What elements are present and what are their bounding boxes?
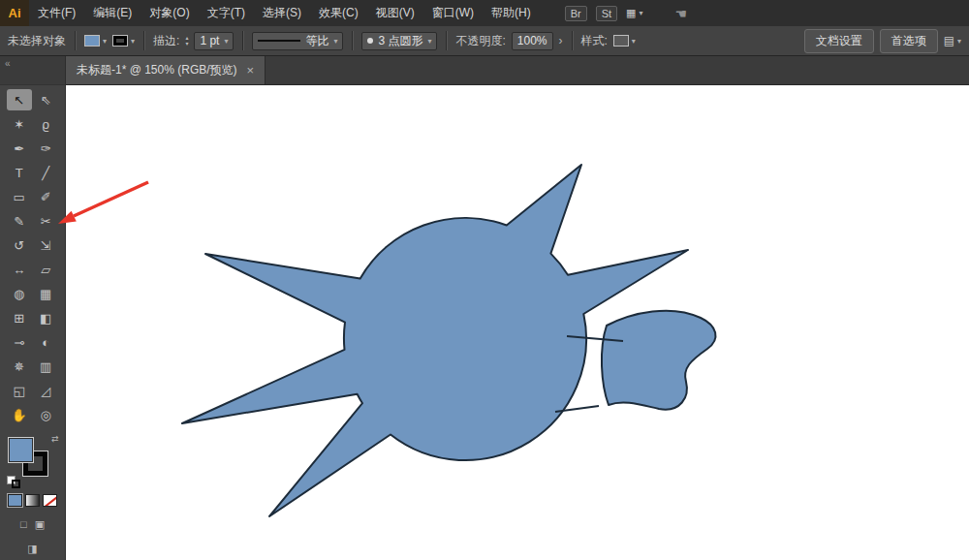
app-logo[interactable]: Ai xyxy=(0,0,29,26)
shape-builder-tool[interactable]: ◍ xyxy=(7,283,32,304)
stroke-profile-dropdown[interactable]: 等比 ▾ xyxy=(252,32,343,50)
line-tool[interactable]: ╱ xyxy=(33,162,58,183)
menu-bar: Ai 文件(F) 编辑(E) 对象(O) 文字(T) 选择(S) 效果(C) 视… xyxy=(0,0,969,26)
menu-select[interactable]: 选择(S) xyxy=(254,0,310,26)
stroke-weight-stepper[interactable]: ▴ ▾ xyxy=(185,35,188,47)
document-setup-button[interactable]: 文档设置 xyxy=(804,29,874,53)
opacity-value: 100% xyxy=(517,34,547,47)
chevron-down-icon: ▾ xyxy=(639,9,642,17)
lasso-tool[interactable]: ϱ xyxy=(33,113,58,135)
shape-builder-icon: ◍ xyxy=(14,287,24,301)
collapse-panel-icon[interactable]: « xyxy=(5,58,11,69)
chevron-down-icon: ▾ xyxy=(427,37,431,46)
menu-effect[interactable]: 效果(C) xyxy=(310,0,367,26)
panel-icon: ▤ xyxy=(944,34,954,47)
pencil-tool[interactable]: ✎ xyxy=(7,210,32,232)
separator xyxy=(75,31,76,50)
scale-tool[interactable]: ⇲ xyxy=(33,234,58,256)
type-tool[interactable]: T xyxy=(7,162,32,183)
mesh-tool[interactable]: ⊞ xyxy=(7,307,32,328)
hand-icon: ✋ xyxy=(12,408,27,422)
perspective-grid-tool[interactable]: ▦ xyxy=(33,283,58,304)
workspace: « ↖ ⇖ ✶ ϱ ✒ ✑ T ╱ ▭ ✐ ✎ ✂ ↺ ⇲ ↔ ▱ ◍ ▦ xyxy=(0,56,969,560)
canvas[interactable] xyxy=(66,85,969,560)
stroke-swatch xyxy=(112,35,128,47)
chevron-down-icon: ▾ xyxy=(333,37,337,46)
brush-definition-dropdown[interactable]: 3 点圆形 ▾ xyxy=(361,32,437,50)
stroke-color-dropdown[interactable]: ▾ xyxy=(112,35,135,47)
stroke-weight-label: 描边: xyxy=(153,33,179,49)
paintbrush-tool[interactable]: ✐ xyxy=(33,186,58,207)
opacity-panel-chevron-icon[interactable]: › xyxy=(559,34,563,47)
menu-edit[interactable]: 编辑(E) xyxy=(84,0,141,26)
artboard[interactable] xyxy=(66,85,969,560)
eyedropper-tool[interactable]: ⊸ xyxy=(7,331,32,353)
column-graph-icon: ▥ xyxy=(40,359,51,374)
eyedropper-icon: ⊸ xyxy=(14,335,24,350)
style-dropdown[interactable]: ▾ xyxy=(613,35,636,47)
hand-tool[interactable]: ✋ xyxy=(7,404,32,425)
chevron-down-icon: ▾ xyxy=(632,37,636,46)
document-tab[interactable]: 未标题-1* @ 150% (RGB/预览) × xyxy=(66,56,266,84)
zoom-icon: ◎ xyxy=(41,408,51,422)
illustrator-window: Ai 文件(F) 编辑(E) 对象(O) 文字(T) 选择(S) 效果(C) 视… xyxy=(0,0,969,560)
screen-mode-icon[interactable]: ◨ xyxy=(27,543,37,555)
tab-strip xyxy=(266,56,969,84)
menu-window[interactable]: 窗口(W) xyxy=(423,0,483,26)
fill-color-well[interactable] xyxy=(8,437,34,463)
tab-close-icon[interactable]: × xyxy=(247,63,255,78)
width-tool[interactable]: ↔ xyxy=(7,259,32,280)
menu-help[interactable]: 帮助(H) xyxy=(483,0,540,26)
tools-panel-header[interactable]: « xyxy=(0,56,65,85)
magic-wand-tool[interactable]: ✶ xyxy=(7,113,32,135)
bridge-button[interactable]: Br xyxy=(565,6,587,21)
menu-object[interactable]: 对象(O) xyxy=(141,0,198,26)
tools-grid: ↖ ⇖ ✶ ϱ ✒ ✑ T ╱ ▭ ✐ ✎ ✂ ↺ ⇲ ↔ ▱ ◍ ▦ ⊞ ◧ xyxy=(0,85,65,429)
line-icon: ╱ xyxy=(42,166,49,180)
draw-behind-icon[interactable]: ▣ xyxy=(35,518,45,531)
stepper-down-icon[interactable]: ▾ xyxy=(185,41,188,47)
menu-file[interactable]: 文件(F) xyxy=(29,0,84,26)
blend-tool[interactable]: ◐ xyxy=(33,331,58,353)
zoom-tool[interactable]: ◎ xyxy=(33,404,58,425)
separator xyxy=(143,31,144,50)
selection-status: 未选择对象 xyxy=(8,33,66,49)
preferences-button[interactable]: 首选项 xyxy=(880,29,938,53)
none-mode-button[interactable] xyxy=(43,494,57,507)
curvature-tool[interactable]: ✑ xyxy=(33,138,58,159)
artboard-tool[interactable]: ◱ xyxy=(7,380,32,401)
symbol-sprayer-tool[interactable]: ✵ xyxy=(7,356,32,377)
gradient-tool[interactable]: ◧ xyxy=(33,307,58,328)
draw-normal-icon[interactable]: □ xyxy=(20,518,27,531)
pen-icon: ✒ xyxy=(14,141,24,156)
slice-tool[interactable]: ◿ xyxy=(33,380,58,401)
stroke-weight-input[interactable]: 1 pt ▾ xyxy=(194,32,234,50)
control-bar: 未选择对象 ▾ ▾ 描边: ▴ ▾ 1 pt ▾ 等比 ▾ 3 点圆形 xyxy=(0,26,969,56)
opacity-input[interactable]: 100% xyxy=(512,32,553,50)
type-icon: T xyxy=(16,166,23,180)
cut-piece-shape[interactable] xyxy=(602,311,716,410)
rectangle-tool[interactable]: ▭ xyxy=(7,186,32,207)
menu-type[interactable]: 文字(T) xyxy=(199,0,254,26)
color-mode-button[interactable] xyxy=(8,494,22,507)
direct-selection-tool[interactable]: ⇖ xyxy=(33,89,58,110)
pen-tool[interactable]: ✒ xyxy=(7,138,32,159)
column-graph-tool[interactable]: ▥ xyxy=(33,356,58,377)
separator xyxy=(446,31,447,50)
menu-view[interactable]: 视图(V) xyxy=(367,0,423,26)
free-transform-tool[interactable]: ▱ xyxy=(33,259,58,280)
scissors-tool[interactable]: ✂ xyxy=(33,210,58,232)
selection-tool[interactable]: ↖ xyxy=(7,89,32,110)
swap-fill-stroke-icon[interactable]: ⇄ xyxy=(51,434,59,444)
gradient-mode-button[interactable] xyxy=(25,494,40,507)
control-panel-menu[interactable]: ▤ ▾ xyxy=(944,34,961,47)
symbol-sprayer-icon: ✵ xyxy=(14,359,24,374)
drawing-mode-row: □ ▣ xyxy=(0,518,65,531)
separator xyxy=(242,31,243,50)
curvature-icon: ✑ xyxy=(41,141,51,156)
rotate-tool[interactable]: ↺ xyxy=(7,234,32,256)
fill-color-dropdown[interactable]: ▾ xyxy=(84,35,107,47)
chevron-down-icon: ▾ xyxy=(103,37,107,46)
stock-button[interactable]: St xyxy=(596,6,617,21)
arrange-documents-button[interactable]: ▦ ▾ xyxy=(626,7,642,19)
